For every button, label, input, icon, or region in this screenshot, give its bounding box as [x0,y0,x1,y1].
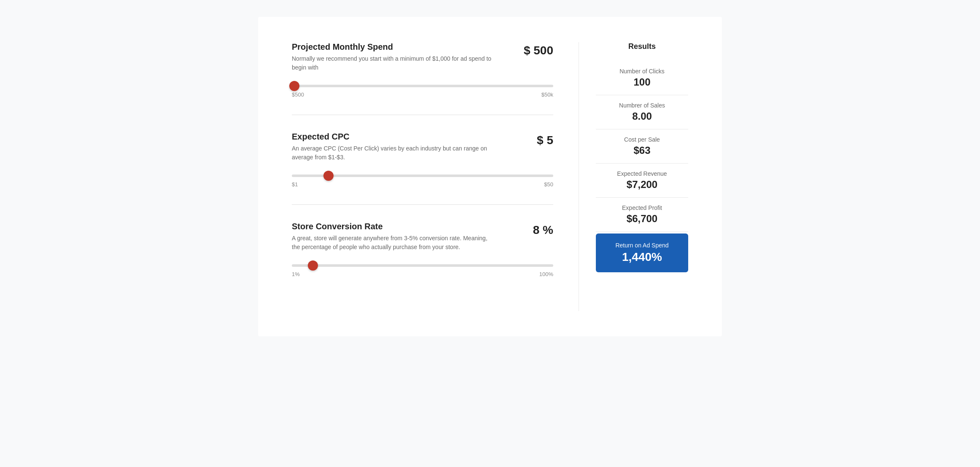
cost-per-sale-item: Cost per Sale $63 [596,129,688,164]
section-title-group: Projected Monthly Spend Normally we reco… [292,42,494,72]
monthly-spend-slider-wrapper: $500 $50k [292,85,553,98]
conversion-title-group: Store Conversion Rate A great, store wil… [292,222,494,252]
num-sales-item: Numbrer of Sales 8.00 [596,95,688,129]
num-sales-value: 8.00 [596,110,688,122]
cpc-header: Expected CPC An average CPC (Cost Per Cl… [292,132,553,162]
roas-value: 1,440% [604,250,680,264]
expected-revenue-value: $7,200 [596,179,688,191]
conversion-labels: 1% 100% [292,271,553,277]
monthly-spend-value: $ 500 [515,42,553,57]
conversion-thumb[interactable] [308,260,318,271]
left-panel: Projected Monthly Spend Normally we reco… [292,42,553,311]
monthly-spend-section: Projected Monthly Spend Normally we reco… [292,42,553,115]
cpc-slider-wrapper: $1 $50 [292,174,553,188]
conversion-header: Store Conversion Rate A great, store wil… [292,222,553,252]
cpc-value: $ 5 [528,132,553,147]
cost-per-sale-label: Cost per Sale [596,136,688,143]
cpc-section: Expected CPC An average CPC (Cost Per Cl… [292,132,553,205]
num-sales-label: Numbrer of Sales [596,102,688,109]
conversion-desc: A great, store will generate anywhere fr… [292,234,494,252]
cpc-min: $1 [292,181,298,188]
num-clicks-item: Number of Clicks 100 [596,61,688,95]
cpc-thumb[interactable] [323,171,334,181]
roas-label: Return on Ad Spend [604,242,680,249]
conversion-section: Store Conversion Rate A great, store wil… [292,222,553,294]
expected-profit-label: Expected Profit [596,204,688,211]
expected-revenue-item: Expected Revenue $7,200 [596,164,688,198]
conversion-max: 100% [539,271,553,277]
conversion-value: 8 % [525,222,553,237]
monthly-spend-labels: $500 $50k [292,91,553,98]
roas-box: Return on Ad Spend 1,440% [596,234,688,272]
conversion-track [292,264,553,267]
expected-revenue-label: Expected Revenue [596,170,688,177]
cpc-title-group: Expected CPC An average CPC (Cost Per Cl… [292,132,494,162]
results-title: Results [596,42,688,51]
expected-profit-value: $6,700 [596,213,688,225]
monthly-spend-thumb[interactable] [289,81,299,91]
conversion-min: 1% [292,271,300,277]
cpc-desc: An average CPC (Cost Per Click) varies b… [292,144,494,162]
num-clicks-value: 100 [596,76,688,88]
num-clicks-label: Number of Clicks [596,68,688,75]
cpc-max: $50 [544,181,553,188]
cpc-track [292,174,553,177]
results-panel: Results Number of Clicks 100 Numbrer of … [579,42,688,311]
cost-per-sale-value: $63 [596,145,688,156]
monthly-spend-max: $50k [541,91,553,98]
section-header: Projected Monthly Spend Normally we reco… [292,42,553,72]
monthly-spend-title: Projected Monthly Spend [292,42,494,52]
page-container: Projected Monthly Spend Normally we reco… [258,17,722,336]
conversion-title: Store Conversion Rate [292,222,494,231]
monthly-spend-desc: Normally we recommend you start with a m… [292,54,494,72]
monthly-spend-min: $500 [292,91,304,98]
expected-profit-item: Expected Profit $6,700 [596,198,688,232]
cpc-labels: $1 $50 [292,181,553,188]
monthly-spend-track [292,85,553,87]
conversion-slider-wrapper: 1% 100% [292,264,553,277]
cpc-title: Expected CPC [292,132,494,142]
